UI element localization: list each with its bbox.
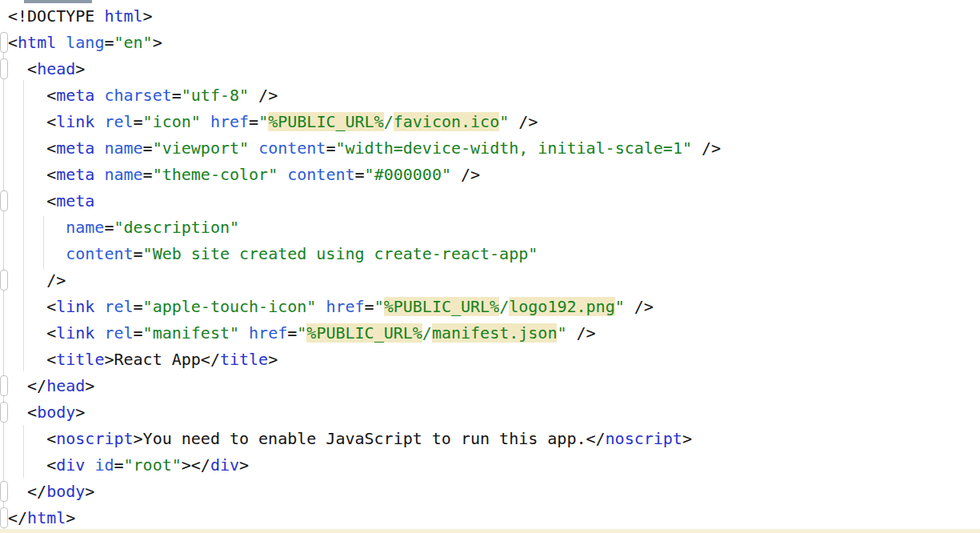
code-text-area[interactable]: <!DOCTYPE html><html lang="en"> <head> <… (0, 0, 980, 533)
fold-toggle-marker[interactable] (0, 402, 8, 423)
code-token: < (8, 350, 56, 369)
code-token: = (249, 112, 258, 131)
code-token: ></ (182, 455, 210, 475)
code-token: "manifest" (143, 323, 239, 343)
fold-toggle-marker[interactable] (0, 32, 8, 53)
code-line[interactable]: </head> (8, 373, 980, 399)
code-token: %PUBLIC_URL% (384, 297, 500, 316)
code-token (8, 244, 66, 263)
code-line[interactable]: <body> (8, 399, 980, 426)
code-token: div (56, 455, 85, 475)
code-line[interactable]: </body> (8, 479, 980, 505)
code-line[interactable]: <div id="root"></div> (8, 452, 980, 479)
code-token: < (8, 165, 56, 184)
code-token: < (8, 191, 56, 210)
code-line[interactable]: content="Web site created using create-r… (8, 241, 980, 267)
code-token: /> (625, 297, 654, 316)
code-line[interactable]: <link rel="manifest" href="%PUBLIC_URL%/… (8, 320, 980, 347)
code-token: = (134, 244, 143, 263)
code-token: link (56, 112, 94, 131)
code-token: body (37, 403, 75, 422)
code-line[interactable]: <head> (8, 56, 980, 82)
code-token: " (374, 297, 384, 316)
code-line[interactable]: <meta name="viewport" content="width=dev… (8, 135, 980, 162)
code-line[interactable]: <html lang="en"> (8, 30, 980, 56)
code-token: = (114, 455, 123, 475)
code-token: > (682, 429, 692, 448)
code-line[interactable]: <!DOCTYPE html> (8, 3, 980, 30)
code-token: meta (56, 138, 94, 158)
code-token: /> (566, 323, 595, 343)
code-token: rel (104, 112, 133, 131)
code-token (316, 297, 326, 316)
code-token: href (249, 323, 287, 343)
horizontal-scrollbar-track[interactable] (0, 0, 980, 4)
code-line[interactable]: name="description" (8, 214, 980, 241)
code-line[interactable]: /> (8, 267, 980, 294)
code-token: > (153, 33, 162, 52)
code-token: meta (56, 191, 94, 210)
fold-toggle-marker[interactable] (0, 58, 8, 79)
code-token: title (56, 350, 104, 369)
code-token: head (46, 376, 85, 395)
code-token: " (557, 323, 566, 343)
code-token: "Web site created using create-react-app… (143, 244, 538, 263)
code-token: " (499, 112, 509, 131)
code-line[interactable]: <title>React App</title> (8, 347, 980, 373)
code-token: "viewport" (153, 138, 249, 158)
code-token (94, 86, 104, 105)
code-token: name (104, 165, 142, 184)
horizontal-scrollbar-thumb[interactable] (24, 0, 92, 3)
code-token: /> (451, 165, 480, 184)
code-token: "description" (114, 218, 239, 237)
fold-toggle-marker[interactable] (0, 190, 8, 211)
code-token: < (8, 112, 56, 131)
code-token: " (297, 323, 306, 343)
code-token: "en" (114, 33, 152, 52)
code-token: > (268, 350, 278, 369)
code-token (201, 112, 210, 131)
code-line[interactable]: <link rel="apple-touch-icon" href="%PUBL… (8, 294, 980, 320)
code-token: > (85, 482, 94, 501)
code-token: "utf-8" (182, 86, 249, 105)
code-token: </ (8, 376, 46, 395)
code-token: / (384, 112, 394, 131)
code-token: content (258, 138, 326, 158)
code-token: rel (104, 297, 133, 316)
fold-toggle-marker[interactable] (0, 481, 8, 502)
code-token: link (56, 323, 94, 343)
code-token: content (66, 244, 133, 263)
code-line[interactable]: <meta (8, 188, 980, 214)
code-line[interactable]: <noscript>You need to enable JavaScript … (8, 426, 980, 452)
code-line[interactable]: <link rel="icon" href="%PUBLIC_URL%/favi… (8, 109, 980, 135)
code-token: > (75, 59, 85, 78)
code-token: / (499, 297, 509, 316)
code-token: > (239, 455, 249, 475)
code-token: "apple-touch-icon" (143, 297, 317, 316)
code-token: charset (104, 86, 171, 105)
code-token: "theme-color" (153, 165, 278, 184)
code-line[interactable]: <meta charset="utf-8" /> (8, 82, 980, 109)
code-line[interactable]: </html> (8, 505, 980, 531)
code-token: "icon" (143, 112, 201, 131)
code-token: > (143, 6, 153, 26)
code-token: link (56, 297, 94, 316)
code-token: noscript (56, 429, 133, 448)
code-token: html (27, 508, 66, 527)
code-token: = (134, 297, 143, 316)
code-token: manifest.json (432, 323, 558, 343)
fold-toggle-marker[interactable] (0, 507, 8, 528)
code-token (278, 165, 287, 184)
code-token: / (422, 323, 432, 343)
code-line[interactable]: <meta name="theme-color" content="#00000… (8, 162, 980, 188)
bottom-highlight-band (0, 529, 980, 533)
code-token: >React App</ (104, 350, 220, 369)
code-editor[interactable]: <!DOCTYPE html><html lang="en"> <head> <… (0, 0, 980, 533)
fold-toggle-marker[interactable] (0, 375, 8, 396)
code-token: meta (56, 86, 94, 105)
fold-toggle-marker[interactable] (0, 270, 8, 291)
code-token (94, 112, 104, 131)
code-token (94, 297, 104, 316)
code-token: meta (56, 165, 94, 184)
code-token: = (134, 323, 143, 343)
